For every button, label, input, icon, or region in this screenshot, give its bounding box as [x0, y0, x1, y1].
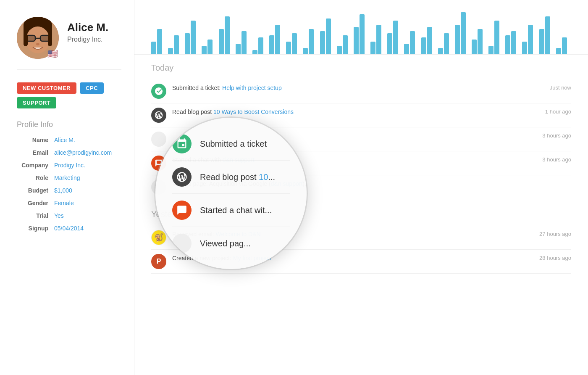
value-name: Alice M. [54, 137, 75, 143]
label-trial: Trial [17, 212, 48, 219]
chart-bar-group [236, 31, 247, 54]
chart-bar-group [387, 21, 398, 54]
field-trial: Trial Yes [17, 212, 121, 219]
chart-bar [275, 25, 280, 54]
chart-bar [387, 33, 392, 54]
chart-bar [242, 31, 247, 54]
tag-support[interactable]: SUPPORT [17, 97, 56, 108]
activity-text-1: Submitted a ticket: Help with project se… [172, 84, 544, 92]
chart-bar [269, 35, 274, 54]
magnifier-item-3: Started a chat wit... [172, 194, 290, 227]
profile-info-title: Profile Info [17, 120, 121, 129]
chart-bar [174, 35, 179, 54]
chart-bar [444, 33, 449, 54]
chart-bar-group [472, 29, 483, 54]
chart-bar-group [303, 29, 314, 54]
chart-bar-group [337, 35, 348, 54]
producthunt-badge: P [152, 254, 166, 269]
magnifier-blog-link[interactable]: 10 [259, 172, 268, 182]
chart-bar [427, 27, 432, 54]
flag-badge: 🇺🇸 [47, 50, 58, 58]
magnifier-text-4: Viewed pag... [200, 238, 251, 249]
chart-bar [461, 12, 466, 54]
label-email: Email [17, 149, 48, 156]
chart-bar [303, 48, 308, 54]
chart-bar [191, 21, 196, 54]
chart-bar-group [219, 16, 230, 54]
label-signup: Signup [17, 225, 48, 232]
magnifier-text-3: Started a chat wit... [200, 205, 272, 216]
field-role: Role Marketing [17, 174, 121, 181]
producthunt-icon: P [151, 254, 166, 269]
activity-time-6: 27 hours ago [539, 230, 571, 237]
chart-bar [478, 29, 483, 54]
chart-bar [157, 29, 162, 54]
chart-bar [236, 44, 241, 54]
blogpost-link[interactable]: 10 Ways to Boost Conversions [213, 108, 294, 115]
chart-bar [337, 46, 342, 54]
chart-bar [326, 18, 331, 54]
label-company: Company [17, 162, 48, 169]
today-label: Today [151, 63, 571, 73]
activity-time-7: 28 hours ago [539, 254, 571, 261]
tag-cpc[interactable]: CPC [80, 82, 104, 94]
chart-bar [309, 29, 314, 54]
chart-bar-group [202, 40, 213, 54]
chart-bar-group [404, 31, 415, 54]
chart-bar [438, 48, 443, 54]
chart-bar-group [455, 12, 466, 54]
field-company: Company Prodigy Inc. [17, 162, 121, 169]
chart-bar-group [252, 37, 263, 54]
svg-rect-12 [24, 34, 28, 46]
activity-time-2: 1 hour ago [545, 108, 571, 115]
profile-company: Prodigy Inc. [67, 36, 108, 43]
chart-bar-group [151, 29, 162, 54]
sidebar: 🇺🇸 Alice M. Prodigy Inc. New CustoMeR CP… [0, 0, 134, 375]
chart-bar [455, 25, 460, 54]
chart-bar [472, 40, 477, 54]
chart-bar [151, 42, 156, 54]
tag-new-customer[interactable]: New CustoMeR [17, 82, 76, 94]
chart-bar [370, 42, 375, 54]
field-signup: Signup 05/04/2014 [17, 225, 121, 232]
chart-bar [494, 21, 499, 54]
chart-bar [207, 40, 213, 54]
chart-bar [410, 31, 415, 54]
chart-bar [421, 37, 426, 54]
chart-bar-group [354, 14, 365, 54]
chart-bar-group [505, 31, 516, 54]
label-gender: Gender [17, 200, 48, 206]
value-company: Prodigy Inc. [54, 162, 85, 169]
magnifier-text-2: Read blog post 10... [200, 172, 275, 182]
ticket-link[interactable]: Help with project setup [222, 85, 282, 91]
chart-bar [258, 37, 263, 54]
label-role: Role [17, 174, 48, 181]
chart-bar [343, 35, 348, 54]
chart-bar-group [438, 33, 449, 54]
field-budget: Budget $1,000 [17, 187, 121, 194]
value-signup: 05/04/2014 [54, 225, 84, 232]
chart-bar [286, 42, 291, 54]
value-trial: Yes [54, 212, 64, 219]
chart-bar [522, 42, 527, 54]
chart-bar [185, 33, 190, 54]
svg-rect-13 [48, 34, 52, 46]
chart-bar-group [556, 37, 567, 54]
svg-point-11 [36, 43, 39, 45]
chart-bar [360, 14, 365, 54]
magnifier-item-2: Read blog post 10... [172, 161, 290, 194]
wordpress-icon [151, 108, 166, 123]
magnifier-olark-icon [172, 201, 192, 220]
chart-bar [545, 16, 550, 54]
field-name: Name Alice M. [17, 137, 121, 143]
chart-area [134, 0, 588, 55]
chart-bar [202, 46, 207, 54]
chart-bar [511, 31, 516, 54]
field-gender: Gender Female [17, 200, 121, 206]
profile-name: Alice M. [67, 21, 108, 34]
activity-item: Submitted a ticket: Help with project se… [151, 79, 571, 103]
chart-bar [168, 48, 173, 54]
profile-info-section: Profile Info Name Alice M. Email alice@p… [17, 120, 121, 232]
tags-row: New CustoMeR CPC SUPPORT [17, 82, 121, 108]
activity-time-1: Just now [550, 84, 571, 91]
